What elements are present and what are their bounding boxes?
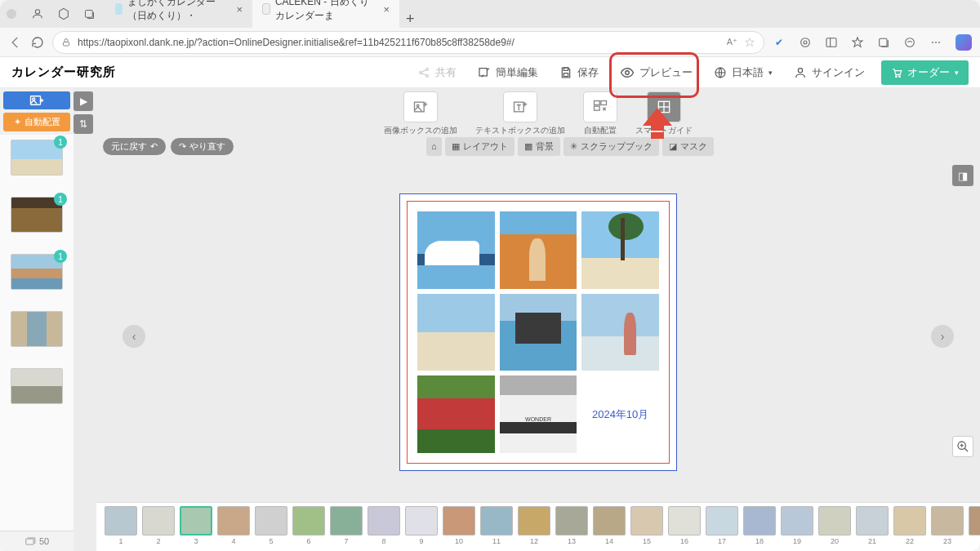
sidebar-icon[interactable] xyxy=(825,36,838,49)
filmstrip-page[interactable]: 15 xyxy=(630,506,663,545)
filmstrip-page[interactable]: 10 xyxy=(443,506,475,545)
photo-cell[interactable] xyxy=(417,211,495,289)
filmstrip-page[interactable]: 12 xyxy=(518,506,550,545)
tray-thumbnail[interactable] xyxy=(11,368,63,404)
read-aloud-icon[interactable]: A⁺ xyxy=(727,37,737,47)
filmstrip-page[interactable]: 14 xyxy=(593,506,626,545)
photo-cell[interactable] xyxy=(417,294,495,371)
filmstrip-thumbnail[interactable] xyxy=(330,506,363,535)
filmstrip-thumbnail[interactable] xyxy=(405,506,438,535)
traffic-light-dot[interactable] xyxy=(7,9,16,19)
browser-tab[interactable]: ましかくカレンダー（日めくり）・ × xyxy=(105,0,252,28)
filmstrip-page[interactable]: 24 xyxy=(969,506,980,545)
filmstrip-page[interactable]: 19 xyxy=(781,506,813,545)
filmstrip-page[interactable]: 16 xyxy=(668,506,701,545)
extension-icon[interactable]: ✔ xyxy=(773,36,786,49)
filmstrip-page[interactable]: 21 xyxy=(856,506,889,545)
filmstrip-thumbnail[interactable] xyxy=(443,506,475,535)
filmstrip-thumbnail[interactable] xyxy=(931,506,964,535)
collections-icon[interactable] xyxy=(877,36,890,49)
tray-thumbnail[interactable]: 1 xyxy=(11,140,63,176)
panel-toggle-button[interactable]: ◨ xyxy=(952,165,973,186)
photo-cell[interactable]: WONDER xyxy=(500,375,577,453)
page-frame[interactable]: WONDER 2024年10月 xyxy=(399,193,677,471)
zoom-in-button[interactable] xyxy=(952,436,973,457)
canvas-area[interactable]: ‹ › WONDER 2024年10月 xyxy=(96,158,980,514)
auto-layout-button[interactable]: ✦ 自動配置 xyxy=(3,113,70,131)
layout-tab[interactable]: ▦レイアウト xyxy=(445,137,514,156)
tray-thumbnail[interactable]: 1 xyxy=(11,254,63,290)
filmstrip-thumbnail[interactable] xyxy=(743,506,776,535)
add-text-box-tool[interactable]: テキストボックスの追加 xyxy=(475,91,565,136)
filmstrip-thumbnail[interactable] xyxy=(480,506,513,535)
copilot-icon[interactable] xyxy=(956,34,972,51)
extension-icon[interactable] xyxy=(799,36,812,49)
filmstrip-thumbnail[interactable] xyxy=(368,506,400,535)
browser-tab-active[interactable]: CALEKEN - 日めくりカレンダーま × xyxy=(252,0,399,28)
favorite-icon[interactable] xyxy=(744,37,755,48)
close-tab-icon[interactable]: × xyxy=(236,3,243,16)
back-button[interactable] xyxy=(8,35,23,50)
favorites-icon[interactable] xyxy=(851,36,864,49)
filmstrip-thumbnail[interactable] xyxy=(180,506,212,535)
add-image-box-tool[interactable]: 画像ボックスの追加 xyxy=(384,91,457,136)
filmstrip-page[interactable]: 11 xyxy=(480,506,513,545)
refresh-button[interactable] xyxy=(31,36,44,49)
undo-button[interactable]: 元に戻す ↶ xyxy=(103,138,166,155)
tray-thumbnail[interactable]: 1 xyxy=(11,197,63,233)
next-page-button[interactable]: › xyxy=(931,325,954,348)
filmstrip-page[interactable]: 5 xyxy=(255,506,287,545)
photo-cell[interactable] xyxy=(417,375,495,453)
filmstrip-thumbnail[interactable] xyxy=(142,506,175,535)
photo-tray-list[interactable]: 1 1 1 xyxy=(0,135,74,531)
filmstrip-thumbnail[interactable] xyxy=(292,506,325,535)
easy-edit-button[interactable]: 簡単編集 xyxy=(473,62,543,83)
filmstrip-thumbnail[interactable] xyxy=(555,506,588,535)
filmstrip-thumbnail[interactable] xyxy=(706,506,738,535)
auto-layout-tool[interactable]: 自動配置 xyxy=(583,91,617,136)
sort-button[interactable]: ⇅ xyxy=(74,114,93,134)
filmstrip-thumbnail[interactable] xyxy=(255,506,287,535)
filmstrip-page[interactable]: 3 xyxy=(180,506,212,545)
photo-cell[interactable] xyxy=(581,211,659,289)
language-selector[interactable]: 日本語 ▾ xyxy=(709,62,777,83)
filmstrip-thumbnail[interactable] xyxy=(893,506,926,535)
filmstrip-page[interactable]: 6 xyxy=(292,506,325,545)
filmstrip-thumbnail[interactable] xyxy=(818,506,851,535)
app-logo[interactable]: カレンダー研究所 xyxy=(11,64,116,80)
filmstrip-thumbnail[interactable] xyxy=(969,506,980,535)
filmstrip-page[interactable]: 9 xyxy=(405,506,438,545)
tray-thumbnail[interactable] xyxy=(11,311,63,347)
page-filmstrip[interactable]: 123456789101112131415161718192021222324 xyxy=(96,502,980,551)
order-button[interactable]: オーダー ▾ xyxy=(881,60,969,85)
url-input[interactable]: https://taopixonl.dank.ne.jp/?action=Onl… xyxy=(52,31,764,54)
filmstrip-page[interactable]: 7 xyxy=(330,506,363,545)
date-cell[interactable]: 2024年10月 xyxy=(581,375,659,453)
filmstrip-page[interactable]: 20 xyxy=(818,506,851,545)
background-tab[interactable]: ▩背景 xyxy=(518,137,560,156)
tabs-icon[interactable] xyxy=(83,8,96,20)
add-photos-button[interactable] xyxy=(3,91,70,109)
filmstrip-page[interactable]: 17 xyxy=(706,506,738,545)
filmstrip-thumbnail[interactable] xyxy=(781,506,813,535)
photo-cell[interactable] xyxy=(500,294,577,371)
close-tab-icon[interactable]: × xyxy=(383,3,390,16)
new-tab-button[interactable]: + xyxy=(406,11,415,28)
filmstrip-thumbnail[interactable] xyxy=(518,506,550,535)
redo-button[interactable]: ↷ やり直す xyxy=(171,138,234,155)
preview-button[interactable]: プレビュー xyxy=(615,62,697,83)
filmstrip-thumbnail[interactable] xyxy=(668,506,701,535)
filmstrip-page[interactable]: 4 xyxy=(217,506,250,545)
filmstrip-thumbnail[interactable] xyxy=(105,506,137,535)
extension-icon[interactable] xyxy=(903,36,916,49)
filmstrip-thumbnail[interactable] xyxy=(630,506,663,535)
filmstrip-page[interactable]: 23 xyxy=(931,506,964,545)
filmstrip-page[interactable]: 22 xyxy=(893,506,926,545)
filmstrip-page[interactable]: 2 xyxy=(142,506,175,545)
more-icon[interactable]: ⋯ xyxy=(929,36,942,49)
photo-cell[interactable] xyxy=(581,294,659,371)
filmstrip-thumbnail[interactable] xyxy=(856,506,889,535)
photo-cell[interactable] xyxy=(500,211,577,289)
home-button[interactable]: ⌂ xyxy=(426,137,442,156)
toggle-tray-button[interactable]: ▶ xyxy=(74,91,93,111)
